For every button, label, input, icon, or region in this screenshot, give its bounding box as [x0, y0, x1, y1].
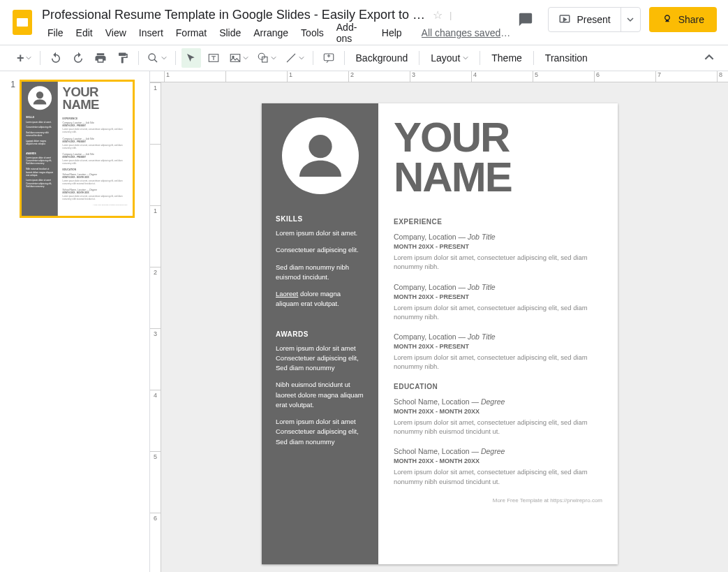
textbox-tool[interactable] [204, 48, 223, 68]
education-item[interactable]: School Name, Location — Degree MONTH 20X… [394, 397, 602, 437]
experience-item[interactable]: Company, Location — Job Title MONTH 20XX… [63, 138, 128, 149]
skill-item[interactable]: Sed diam nonummy nibh euismod tincidunt. [276, 263, 364, 283]
resume-name[interactable]: YOURNAME [394, 117, 602, 197]
award-item[interactable]: Lorem ipsum dolor sit amet Consectetuer … [26, 179, 53, 188]
awards-heading[interactable]: AWARDS [276, 330, 364, 338]
avatar-placeholder[interactable] [282, 117, 359, 194]
menu-file[interactable]: File [42, 24, 69, 41]
footer-link[interactable]: More Free Template at https://prwirepro.… [394, 497, 602, 504]
experience-item[interactable]: Company, Location — Job Title MONTH 20XX… [394, 233, 602, 272]
ruler-horizontal: 112345678 [150, 71, 728, 82]
layout-button[interactable]: Layout [425, 48, 474, 68]
svg-point-8 [258, 53, 265, 59]
comment-tool[interactable] [319, 48, 339, 68]
collapse-toolbar-icon[interactable] [704, 52, 714, 64]
education-item[interactable]: School Name, Location — Degree MONTH 20X… [63, 189, 128, 200]
skill-item[interactable]: Sed diam nonummy nibh euismod tincidunt. [26, 131, 53, 138]
svg-line-4 [154, 59, 157, 62]
ruler-vertical: 1123456 [150, 82, 161, 572]
share-button[interactable]: Share [649, 7, 717, 32]
select-tool[interactable] [181, 48, 201, 68]
menu-view[interactable]: View [100, 24, 132, 41]
skill-item[interactable]: Laoreet Laoreet dolore magna aliquam era… [276, 289, 364, 309]
skill-item[interactable]: Consectetuer adipiscing elit. [26, 126, 53, 129]
theme-button[interactable]: Theme [486, 48, 528, 68]
thumb-number: 1 [6, 80, 15, 218]
footer-link[interactable]: More Free Template at https://prwirepro.… [63, 204, 128, 206]
experience-item[interactable]: Company, Location — Job Title MONTH 20XX… [63, 153, 128, 165]
svg-point-3 [149, 54, 155, 60]
resume-main[interactable]: YOURNAME EXPERIENCE Company, Location — … [58, 82, 132, 218]
canvas-area[interactable]: 112345678 1123456 SKILLS Lorem ipsum dol… [150, 71, 728, 572]
skill-item[interactable]: Laoreet Laoreet dolore magna aliquam era… [26, 139, 53, 145]
award-item[interactable]: Lorem ipsum dolor sit amet Consectetuer … [276, 344, 364, 374]
background-button[interactable]: Background [350, 48, 414, 68]
experience-item[interactable]: Company, Location — Job Title MONTH 20XX… [394, 332, 602, 372]
avatar-placeholder[interactable] [28, 86, 52, 110]
menu-format[interactable]: Format [170, 24, 212, 41]
svg-point-14 [36, 91, 43, 98]
menubar: File Edit View Insert Format Slide Arran… [42, 24, 512, 42]
menu-help[interactable]: Help [376, 24, 408, 41]
svg-point-15 [309, 135, 332, 158]
line-tool[interactable] [282, 48, 307, 68]
redo-button[interactable] [68, 48, 88, 68]
resume-sidebar[interactable]: SKILLS Lorem ipsum dolor sit amet. Conse… [262, 103, 378, 564]
present-label: Present [577, 14, 610, 25]
slide-canvas[interactable]: SKILLS Lorem ipsum dolor sit amet. Conse… [262, 103, 618, 564]
undo-button[interactable] [46, 48, 66, 68]
present-dropdown[interactable] [621, 8, 640, 31]
experience-heading[interactable]: EXPERIENCE [394, 218, 602, 226]
education-heading[interactable]: EDUCATION [394, 383, 602, 390]
share-label: Share [678, 14, 704, 25]
award-item[interactable]: Nibh euismod tincidunt ut laoreet dolore… [276, 380, 364, 410]
skill-item[interactable]: Lorem ipsum dolor sit amet. [276, 228, 364, 238]
slide-canvas[interactable]: SKILLS Lorem ipsum dolor sit amet. Conse… [22, 82, 132, 218]
main-area: 1 SKILLS Lorem ipsum dolor sit amet. Con… [0, 71, 728, 572]
resume-main[interactable]: YOURNAME EXPERIENCE Company, Location — … [378, 103, 618, 564]
shape-tool[interactable] [254, 48, 279, 68]
header-right: Present Share [512, 6, 717, 34]
skills-heading[interactable]: SKILLS [276, 215, 364, 223]
star-icon[interactable]: ☆ [433, 8, 443, 22]
slide-panel[interactable]: 1 SKILLS Lorem ipsum dolor sit amet. Con… [0, 71, 150, 572]
slides-logo[interactable] [8, 8, 36, 36]
education-item[interactable]: School Name, Location — Degree MONTH 20X… [394, 447, 602, 486]
title-area: Professional Resume Template in Google S… [42, 6, 512, 42]
menu-arrange[interactable]: Arrange [248, 24, 294, 41]
toolbar: + Background Layout Theme Transition [0, 45, 728, 71]
menu-insert[interactable]: Insert [133, 24, 169, 41]
print-button[interactable] [91, 48, 110, 68]
experience-heading[interactable]: EXPERIENCE [63, 117, 128, 119]
svg-rect-1 [17, 18, 28, 27]
resume-sidebar[interactable]: SKILLS Lorem ipsum dolor sit amet. Conse… [22, 82, 58, 218]
svg-line-10 [287, 54, 295, 62]
paint-format-button[interactable] [113, 48, 133, 68]
award-item[interactable]: Lorem ipsum dolor sit amet Consectetuer … [276, 417, 364, 447]
menu-edit[interactable]: Edit [70, 24, 98, 41]
slide-thumbnail-1[interactable]: 1 SKILLS Lorem ipsum dolor sit amet. Con… [6, 80, 144, 218]
experience-item[interactable]: Company, Location — Job Title MONTH 20XX… [394, 283, 602, 322]
zoom-button[interactable] [144, 48, 170, 68]
comments-icon[interactable] [512, 6, 540, 34]
menu-addons[interactable]: Add-ons [331, 19, 375, 47]
award-item[interactable]: Nibh euismod tincidunt ut laoreet dolore… [26, 168, 53, 177]
save-status[interactable]: All changes saved in ... [422, 27, 512, 38]
menu-tools[interactable]: Tools [295, 24, 329, 41]
menu-slide[interactable]: Slide [214, 24, 246, 41]
awards-heading[interactable]: AWARDS [26, 152, 53, 154]
skill-item[interactable]: Lorem ipsum dolor sit amet. [26, 120, 53, 123]
education-heading[interactable]: EDUCATION [63, 168, 128, 170]
transition-button[interactable]: Transition [540, 48, 593, 68]
new-slide-button[interactable]: + [14, 48, 34, 68]
skills-heading[interactable]: SKILLS [26, 117, 53, 119]
experience-item[interactable]: Company, Location — Job Title MONTH 20XX… [63, 122, 128, 133]
resume-name[interactable]: YOURNAME [63, 86, 128, 110]
image-tool[interactable] [226, 48, 251, 68]
app-header: Professional Resume Template in Google S… [0, 0, 728, 45]
skill-item[interactable]: Consectetuer adipiscing elit. [276, 245, 364, 255]
award-item[interactable]: Lorem ipsum dolor sit amet Consectetuer … [26, 156, 53, 165]
education-item[interactable]: School Name, Location — Degree MONTH 20X… [63, 173, 128, 184]
present-button[interactable]: Present [548, 7, 640, 32]
